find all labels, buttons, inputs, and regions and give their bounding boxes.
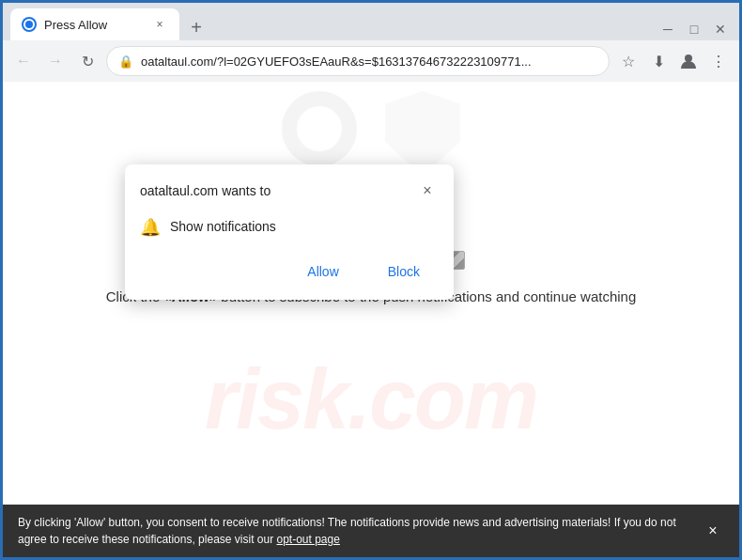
watermark-text: risk.com <box>205 351 537 448</box>
toolbar-icons: ☆ ⬇ ⋮ <box>615 48 732 74</box>
forward-button[interactable]: → <box>42 48 69 74</box>
opt-out-link[interactable]: opt-out page <box>276 533 339 546</box>
tab-bar: Press Allow × + ─ □ ✕ <box>3 3 739 40</box>
bottom-bar-close-button[interactable]: × <box>702 520 724 542</box>
bell-icon: 🔔 <box>140 217 159 236</box>
tab-title: Press Allow <box>44 18 144 32</box>
block-button[interactable]: Block <box>369 258 439 285</box>
popup-buttons: Allow Block <box>125 251 454 300</box>
profile-icon[interactable] <box>675 48 702 74</box>
download-icon[interactable]: ⬇ <box>645 48 672 74</box>
window-controls: ─ □ ✕ <box>660 22 732 40</box>
allow-button[interactable]: Allow <box>288 258 357 285</box>
watermark-shield <box>385 91 460 176</box>
minimize-button[interactable]: ─ <box>660 22 675 37</box>
notification-popup: oataltaul.com wants to × 🔔 Show notifica… <box>125 164 454 300</box>
menu-icon[interactable]: ⋮ <box>705 48 732 74</box>
tab-favicon <box>22 17 37 32</box>
svg-point-0 <box>685 54 692 62</box>
bookmark-icon[interactable]: ☆ <box>615 48 642 74</box>
tab-close-button[interactable]: × <box>151 16 168 33</box>
maximize-button[interactable]: □ <box>687 22 702 37</box>
close-window-button[interactable]: ✕ <box>713 22 728 37</box>
lock-icon: 🔒 <box>118 54 133 69</box>
popup-notification-row: 🔔 Show notifications <box>125 210 454 251</box>
notification-label: Show notifications <box>170 219 276 234</box>
back-button[interactable]: ← <box>10 48 37 74</box>
toolbar: ← → ↻ 🔒 oataltaul.com/?l=02GYUEFO3sEAauR… <box>3 40 739 82</box>
address-bar[interactable]: 🔒 oataltaul.com/?l=02GYUEFO3sEAauR&s=$16… <box>106 46 610 76</box>
popup-close-button[interactable]: × <box>416 179 439 202</box>
content-area: risk.com Click the «Allow» button to sub… <box>3 82 739 505</box>
address-text: oataltaul.com/?l=02GYUEFO3sEAauR&s=$1631… <box>141 54 597 69</box>
new-tab-button[interactable]: + <box>183 14 209 40</box>
popup-title: oataltaul.com wants to <box>140 183 271 198</box>
bottom-notification-bar: By clicking 'Allow' button, you consent … <box>3 505 739 557</box>
active-tab[interactable]: Press Allow × <box>10 8 179 40</box>
watermark-circle-1 <box>282 91 357 166</box>
bottom-bar-text: By clicking 'Allow' button, you consent … <box>18 514 690 548</box>
watermark-icons <box>282 91 460 176</box>
reload-button[interactable]: ↻ <box>74 48 100 74</box>
popup-header: oataltaul.com wants to × <box>125 164 454 210</box>
browser-window: Press Allow × + ─ □ ✕ ← → ↻ 🔒 oataltaul.… <box>3 3 739 557</box>
